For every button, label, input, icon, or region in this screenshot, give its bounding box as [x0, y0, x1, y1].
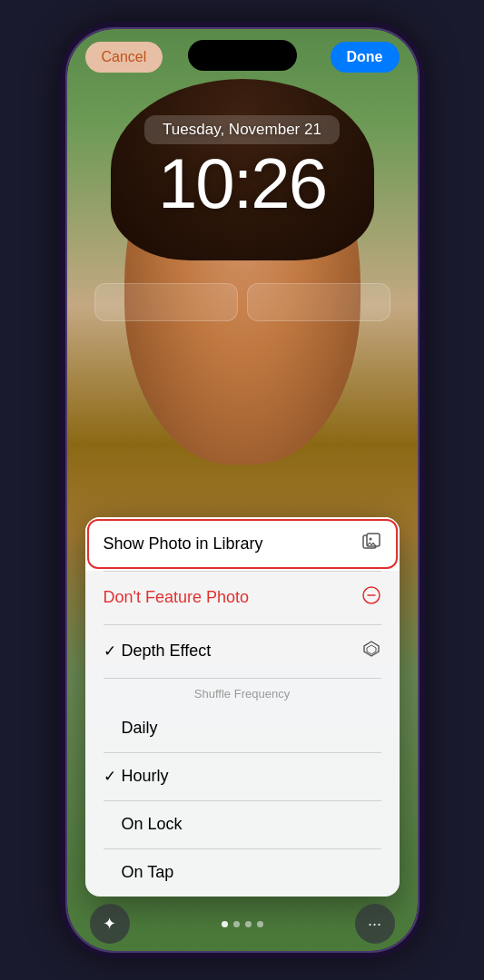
dot-2 [233, 921, 240, 927]
on-lock-item[interactable]: ✓ On Lock [85, 800, 400, 848]
dont-feature-icon [361, 585, 381, 610]
power-button[interactable] [418, 174, 420, 238]
depth-effect-label: Depth Effect [122, 642, 212, 661]
bottom-bar: ✦ ··· [67, 904, 418, 944]
widget-right [247, 283, 390, 321]
dot-3 [245, 921, 252, 927]
add-icon: ✦ [103, 914, 116, 934]
photo-library-icon [361, 532, 381, 556]
menu-item-left: ✓ Depth Effect [104, 642, 212, 661]
dont-feature-label: Don't Feature Photo [104, 588, 250, 607]
phone-screen: Cancel Done Tuesday, November 21 10:26 S… [67, 29, 418, 951]
widget-left [94, 283, 238, 321]
date-text: Tuesday, November 21 [163, 121, 321, 138]
depth-checkmark: ✓ [104, 642, 116, 661]
depth-effect-item[interactable]: ✓ Depth Effect [85, 624, 400, 678]
lockscreen-info: Tuesday, November 21 10:26 [67, 115, 418, 219]
svg-point-2 [369, 538, 371, 541]
widget-row [94, 283, 390, 321]
menu-item-left: Don't Feature Photo [104, 588, 250, 607]
hourly-label: Hourly [122, 767, 169, 786]
show-photo-in-library-item[interactable]: Show Photo in Library [85, 517, 400, 571]
on-tap-item[interactable]: ✓ On Tap [85, 848, 400, 897]
show-photo-label: Show Photo in Library [104, 534, 263, 554]
on-lock-label: On Lock [122, 815, 183, 834]
menu-item-left: ✓ Daily [104, 719, 158, 738]
more-icon: ··· [368, 915, 381, 934]
on-tap-label: On Tap [122, 863, 174, 882]
menu-item-left: ✓ On Lock [104, 815, 183, 834]
context-menu: Show Photo in Library Don't Feature Phot… [85, 517, 400, 897]
cancel-button[interactable]: Cancel [85, 42, 163, 73]
menu-item-left: ✓ Hourly [104, 767, 169, 786]
phone-frame: Cancel Done Tuesday, November 21 10:26 S… [65, 27, 420, 953]
menu-item-left: ✓ On Tap [104, 863, 174, 882]
page-dots [222, 921, 263, 927]
done-button[interactable]: Done [331, 42, 400, 73]
time-display: 10:26 [67, 148, 418, 219]
dot-1 [222, 921, 228, 927]
daily-label: Daily [122, 719, 158, 738]
more-options-button[interactable]: ··· [355, 904, 395, 944]
hourly-item[interactable]: ✓ Hourly [85, 752, 400, 800]
shuffle-frequency-header: Shuffle Frequency [85, 678, 400, 704]
top-bar: Cancel Done [67, 42, 418, 73]
dont-feature-photo-item[interactable]: Don't Feature Photo [85, 571, 400, 624]
daily-item[interactable]: ✓ Daily [85, 704, 400, 752]
date-pill: Tuesday, November 21 [144, 115, 340, 144]
dot-4 [257, 921, 263, 927]
menu-item-left: Show Photo in Library [104, 534, 263, 554]
hourly-checkmark: ✓ [104, 767, 116, 786]
add-wallpaper-button[interactable]: ✦ [90, 904, 130, 944]
depth-effect-icon [361, 639, 381, 663]
